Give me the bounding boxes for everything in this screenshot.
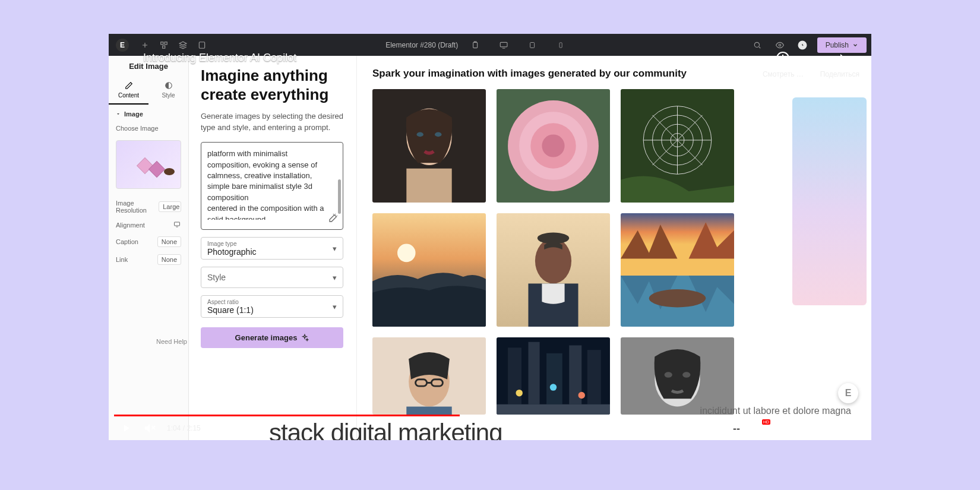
tablet-icon[interactable] xyxy=(524,37,540,53)
video-title: Introducing Elementor AI Copilot xyxy=(143,52,296,64)
gallery-item[interactable] xyxy=(621,89,734,203)
svg-point-25 xyxy=(542,134,564,157)
add-icon[interactable] xyxy=(137,37,153,53)
svg-rect-8 xyxy=(559,42,562,47)
svg-rect-5 xyxy=(473,42,478,48)
link-select[interactable]: None xyxy=(157,254,181,265)
scrollbar-thumb[interactable] xyxy=(338,179,341,214)
svg-rect-64 xyxy=(826,425,835,431)
lorem-text: incididunt ut labore et dolore magna xyxy=(700,406,851,416)
gallery-item[interactable] xyxy=(621,337,734,415)
tab-content-label: Content xyxy=(118,92,139,99)
svg-marker-3 xyxy=(179,42,186,45)
svg-rect-0 xyxy=(161,42,163,44)
gallery-item[interactable] xyxy=(372,337,486,415)
community-gallery xyxy=(372,89,786,415)
mobile-icon[interactable] xyxy=(553,37,568,53)
alignment-desktop-icon[interactable] xyxy=(173,221,181,229)
image-thumbnail[interactable] xyxy=(116,140,181,189)
publish-label: Publish xyxy=(826,41,849,49)
svg-rect-2 xyxy=(163,46,165,48)
document-title: Elementor #280 (Draft) xyxy=(385,41,458,49)
svg-point-39 xyxy=(649,289,706,308)
svg-point-58 xyxy=(682,372,690,378)
svg-point-9 xyxy=(754,42,759,47)
need-help-label: Need Help xyxy=(156,338,187,345)
svg-rect-44 xyxy=(406,407,451,415)
gallery-item[interactable] xyxy=(621,213,734,327)
ai-subtitle: Generate images by selecting the desired… xyxy=(201,111,343,134)
time-display: 1:04 / 2:15 xyxy=(167,424,201,432)
link-label: Link xyxy=(116,256,128,263)
svg-rect-48 xyxy=(546,353,562,404)
page-preview-strip xyxy=(797,56,871,440)
editor-sidebar: Edit Image Content Style Image Choose Im… xyxy=(109,56,189,440)
section-toggle-image[interactable]: Image xyxy=(109,105,188,121)
svg-rect-1 xyxy=(165,42,167,44)
watch-later-button[interactable]: Смотреть … xyxy=(763,49,804,78)
player-controls: 1:04 / 2:15 HD YouTube xyxy=(109,416,871,440)
pencil-icon xyxy=(125,81,133,90)
elementor-floating-badge[interactable]: E xyxy=(838,383,858,403)
image-type-select[interactable]: Image type Photographic ▾ xyxy=(201,237,343,260)
generate-images-button[interactable]: Generate images xyxy=(201,327,343,348)
resolution-select[interactable]: Large xyxy=(159,201,181,212)
tab-style[interactable]: Style xyxy=(148,78,188,105)
share-button[interactable]: Поделиться xyxy=(820,49,859,78)
image-type-value: Photographic xyxy=(207,247,337,257)
settings-button[interactable]: HD xyxy=(754,422,767,435)
layers-icon[interactable] xyxy=(175,37,191,53)
caption-select[interactable]: None xyxy=(157,236,181,247)
desktop-icon[interactable] xyxy=(496,37,511,53)
svg-rect-14 xyxy=(175,222,180,226)
video-frame: E Elementor #280 (Draft) xyxy=(109,34,871,440)
resolution-label: Image Resolution xyxy=(116,200,159,214)
play-button[interactable] xyxy=(119,422,132,435)
gallery-item[interactable] xyxy=(497,337,610,415)
svg-point-35 xyxy=(538,232,569,244)
tab-style-label: Style xyxy=(162,92,175,99)
sparkle-icon xyxy=(301,334,309,342)
paste-icon[interactable] xyxy=(467,37,483,53)
prompt-input-wrap xyxy=(201,142,343,230)
alignment-label: Alignment xyxy=(116,222,145,229)
aspect-ratio-label: Aspect ratio xyxy=(207,299,337,305)
style-select[interactable]: Style ▾ xyxy=(201,267,343,288)
svg-point-19 xyxy=(435,132,441,137)
svg-point-10 xyxy=(779,44,781,46)
mute-button[interactable] xyxy=(143,422,156,435)
subtitles-button[interactable] xyxy=(730,422,743,435)
image-type-label: Image type xyxy=(207,241,337,247)
svg-rect-61 xyxy=(732,425,741,432)
ai-generate-modal: Imagine anything create everything Gener… xyxy=(189,56,797,440)
share-icon xyxy=(830,49,849,68)
gallery-item[interactable] xyxy=(372,213,486,327)
gallery-item[interactable] xyxy=(497,213,610,327)
caption-label: Caption xyxy=(116,238,138,245)
svg-point-57 xyxy=(665,372,672,378)
prompt-textarea[interactable] xyxy=(207,148,334,220)
magic-wand-icon[interactable] xyxy=(328,213,338,226)
svg-point-32 xyxy=(397,244,416,263)
gallery-item[interactable] xyxy=(497,89,610,203)
chevron-down-icon xyxy=(852,42,858,48)
svg-rect-6 xyxy=(500,42,507,47)
section-image-label: Image xyxy=(124,110,143,118)
youtube-logo-button[interactable]: YouTube xyxy=(777,423,813,434)
fullscreen-button[interactable] xyxy=(848,422,861,435)
gallery-item[interactable] xyxy=(372,89,486,203)
chevron-down-icon: ▾ xyxy=(333,273,337,282)
page-settings-icon[interactable] xyxy=(194,37,210,53)
cast-button[interactable] xyxy=(824,422,837,435)
chevron-down-icon: ▾ xyxy=(333,302,337,311)
structure-icon[interactable] xyxy=(156,37,172,53)
elementor-logo-icon[interactable]: E xyxy=(116,39,129,52)
clock-icon xyxy=(773,49,792,68)
svg-rect-63 xyxy=(737,429,740,430)
chevron-down-icon: ▾ xyxy=(333,244,337,253)
tab-content[interactable]: Content xyxy=(109,78,148,105)
aspect-ratio-select[interactable]: Aspect ratio Square (1:1) ▾ xyxy=(201,295,343,318)
generate-images-label: Generate images xyxy=(235,333,298,342)
style-label: Style xyxy=(207,273,226,282)
svg-rect-50 xyxy=(587,350,601,404)
